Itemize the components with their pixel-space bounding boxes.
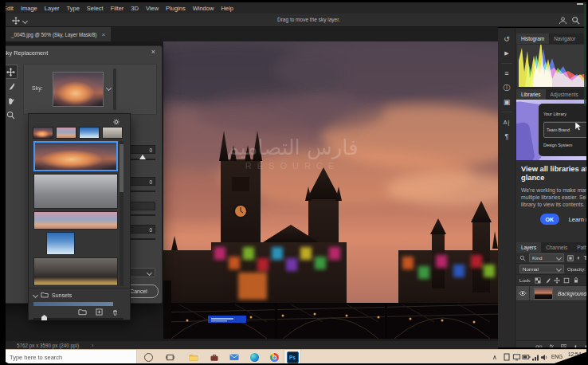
learn-more-link[interactable]: Learn more: [569, 216, 586, 223]
hand-tool[interactable]: [4, 94, 17, 107]
add-adjustment-icon[interactable]: ◐: [574, 343, 578, 347]
frame-top: [0, 0, 588, 2]
layer-effects-icon[interactable]: fx: [550, 343, 554, 347]
layer-visibility-toggle[interactable]: [516, 286, 530, 300]
add-mask-icon[interactable]: [561, 343, 567, 347]
options-bar: Drag to move the sky layer.: [6, 14, 586, 27]
file-explorer-button[interactable]: [189, 352, 198, 362]
layer-thumbnail[interactable]: [534, 288, 553, 300]
menu-help[interactable]: Help: [221, 5, 233, 12]
paragraph-panel-icon[interactable]: ¶: [498, 129, 515, 143]
menu-select[interactable]: Select: [87, 5, 104, 12]
lock-all-icon[interactable]: [573, 277, 579, 284]
clone-source-panel-icon[interactable]: ▣: [498, 95, 515, 109]
sky-preset-storm[interactable]: [33, 257, 118, 286]
properties-panel-icon[interactable]: ≡: [498, 66, 515, 80]
taskbar-search-box[interactable]: [2, 350, 137, 364]
chrome-button[interactable]: [269, 352, 279, 362]
menu-3d[interactable]: 3D: [131, 5, 139, 12]
folder-thumb-colorful[interactable]: [56, 127, 76, 139]
dialog-close-icon[interactable]: ×: [151, 48, 155, 56]
briefcase-app-button[interactable]: [210, 352, 219, 362]
lock-position-icon[interactable]: [554, 277, 560, 284]
lock-artboard-icon[interactable]: [563, 277, 570, 284]
menu-image[interactable]: Image: [21, 5, 37, 12]
edge-button[interactable]: [249, 352, 259, 362]
lock-transparency-icon[interactable]: [535, 277, 541, 284]
tray-display-icon[interactable]: [512, 352, 521, 362]
status-expander-icon[interactable]: ›: [92, 343, 93, 348]
tray-battery-icon[interactable]: [521, 352, 531, 362]
slider-thumb-1[interactable]: [139, 155, 146, 159]
sky-move-tool[interactable]: [4, 65, 17, 78]
task-view-button[interactable]: [165, 352, 174, 362]
tool-preset-icon[interactable]: [12, 17, 27, 25]
menu-layer[interactable]: Layer: [45, 5, 60, 12]
folder-thumb-sunsets[interactable]: [33, 127, 53, 139]
info-panel-icon[interactable]: ⓘ: [498, 80, 515, 95]
sky-preview-thumbnail[interactable]: [53, 72, 104, 107]
hand-icon: [6, 96, 15, 105]
share-icon[interactable]: [559, 16, 567, 25]
tab-histogram[interactable]: Histogram: [516, 33, 549, 44]
tab-adjustments[interactable]: Adjustments: [546, 89, 583, 100]
scrollbar[interactable]: [120, 141, 123, 286]
sky-group-row[interactable]: Sunsets: [33, 289, 72, 300]
scrollbar-thumb[interactable]: [120, 144, 123, 192]
zoom-tool[interactable]: [4, 108, 17, 121]
document-tab[interactable]: _0045.jpg @ 50% (Sky, Layer Mask/8) ×: [6, 27, 111, 41]
folder-thumb-spectacular[interactable]: [102, 127, 123, 139]
tray-expand-icon[interactable]: ∧: [492, 354, 497, 361]
sky-preset-overcast[interactable]: [33, 174, 118, 209]
menu-filter[interactable]: Filter: [111, 5, 124, 12]
lock-paint-icon[interactable]: [544, 277, 551, 284]
chevron-down-icon: [22, 18, 28, 23]
gear-icon[interactable]: [112, 118, 120, 126]
menu-type[interactable]: Type: [67, 5, 80, 12]
thumbnail-size-thumb[interactable]: [41, 315, 47, 320]
add-sky-icon[interactable]: [96, 308, 103, 316]
sky-brush-tool[interactable]: [4, 80, 17, 92]
history-panel-icon[interactable]: ↺: [498, 32, 515, 46]
mail-button[interactable]: [229, 352, 239, 362]
filter-kind-dropdown[interactable]: Kind: [529, 253, 564, 262]
panel-dock: ↺ ▶ ≡ ⓘ ▣ A| ¶ Histogram Navigator: [498, 28, 586, 347]
blend-mode-dropdown[interactable]: Normal: [519, 265, 564, 273]
tab-navigator[interactable]: Navigator: [549, 33, 580, 44]
tab-close-icon[interactable]: ×: [101, 31, 105, 38]
character-panel-icon[interactable]: A|: [498, 115, 515, 129]
libraries-promo-actions: OK Learn more: [516, 210, 586, 230]
search-icon[interactable]: [571, 16, 580, 25]
tray-document-icon[interactable]: [502, 352, 512, 362]
link-layers-icon[interactable]: [535, 343, 543, 347]
menu-view[interactable]: View: [146, 5, 159, 12]
menu-window[interactable]: Window: [193, 5, 214, 12]
document-canvas[interactable]: فارس التصاميم RESOURCE: [163, 41, 498, 339]
chevron-down-icon: [147, 269, 152, 275]
tab-channels[interactable]: Channels: [541, 242, 572, 253]
dialog-toolbar: [4, 65, 17, 121]
cortana-button[interactable]: [143, 352, 153, 362]
menu-plugins[interactable]: Plugins: [166, 5, 186, 12]
layer-row-background[interactable]: Background: [516, 286, 586, 301]
sky-preset-blue-sky[interactable]: [46, 232, 75, 255]
tab-libraries[interactable]: Libraries: [516, 89, 546, 100]
minimize-button[interactable]: [577, 3, 583, 5]
ok-button[interactable]: OK: [540, 214, 559, 225]
delete-sky-icon[interactable]: [112, 308, 119, 316]
filter-pixel-icon[interactable]: [567, 255, 574, 261]
language-indicator[interactable]: ENG: [551, 354, 563, 359]
search-input[interactable]: [2, 353, 131, 362]
tray-volume-icon[interactable]: [539, 352, 549, 362]
scrollbar[interactable]: [113, 69, 116, 110]
sky-preset-pink-clouds[interactable]: [33, 211, 118, 229]
photoshop-taskbar-button[interactable]: Ps: [284, 350, 301, 364]
folder-thumb-blue-skies[interactable]: [79, 127, 100, 139]
sky-preset-sunset-selected[interactable]: [33, 141, 118, 171]
actions-panel-icon[interactable]: ▶: [498, 46, 515, 61]
filter-adjustment-icon[interactable]: ◐: [577, 254, 581, 261]
tab-layers[interactable]: Layers: [516, 242, 541, 253]
sky-dropdown-icon[interactable]: [106, 85, 112, 91]
tab-paths[interactable]: Paths: [572, 242, 586, 253]
new-folder-icon[interactable]: [78, 308, 87, 316]
